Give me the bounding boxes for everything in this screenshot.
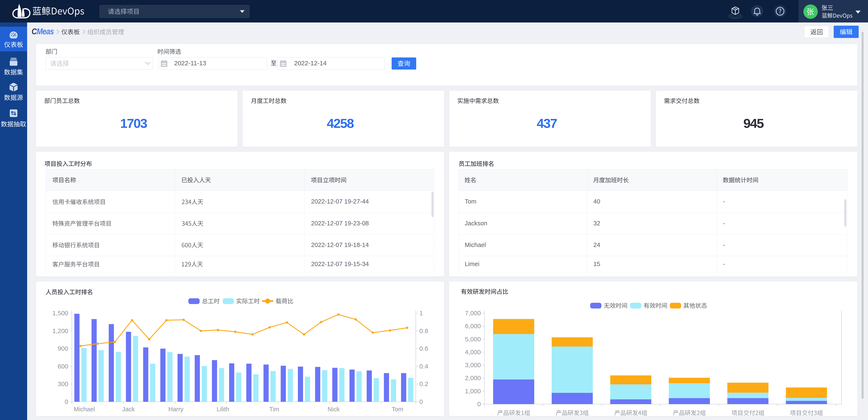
svg-text:0.6: 0.6 [420, 345, 428, 352]
svg-text:0.4: 0.4 [420, 363, 428, 370]
svg-text:0: 0 [420, 398, 423, 405]
svg-text:600: 600 [58, 363, 68, 370]
svg-text:Jack: Jack [122, 406, 135, 413]
svg-text:5,000: 5,000 [465, 336, 481, 342]
svg-text:0: 0 [65, 398, 68, 405]
svg-text:Tom: Tom [392, 406, 403, 413]
svg-text:1,000: 1,000 [465, 388, 481, 395]
svg-text:Nick: Nick [328, 406, 340, 413]
svg-text:7,000: 7,000 [465, 309, 481, 317]
svg-text:300: 300 [58, 380, 68, 387]
svg-text:2,000: 2,000 [465, 374, 481, 382]
svg-text:Michael: Michael [74, 406, 95, 413]
svg-text:6,000: 6,000 [465, 323, 481, 329]
svg-text:4,000: 4,000 [465, 349, 481, 356]
svg-text:900: 900 [58, 345, 68, 352]
svg-text:0.8: 0.8 [420, 327, 428, 334]
svg-text:Tim: Tim [269, 406, 279, 413]
svg-text:0: 0 [477, 400, 481, 408]
svg-text:3,000: 3,000 [465, 361, 481, 368]
svg-text:Harry: Harry [168, 406, 184, 413]
svg-text:0.2: 0.2 [420, 380, 428, 387]
svg-text:Lilith: Lilith [217, 406, 229, 413]
svg-text:1: 1 [420, 309, 423, 317]
svg-text:1,200: 1,200 [52, 327, 68, 334]
svg-text:1,500: 1,500 [52, 309, 68, 317]
